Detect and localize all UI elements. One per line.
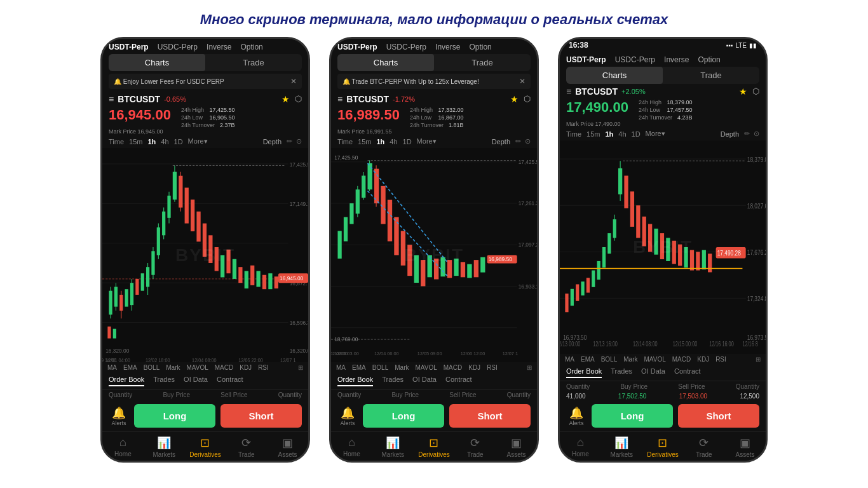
phone2-expand-icon[interactable]: ⊞ xyxy=(527,364,532,371)
phone1-ordertab-contract[interactable]: Contract xyxy=(217,376,243,386)
phone1-nav-trade[interactable]: ⟳ Trade xyxy=(226,436,267,458)
phone3-nav-option[interactable]: Option xyxy=(698,55,720,64)
phone2-pair-name[interactable]: BTCUSDT xyxy=(346,94,389,104)
phone1-pencil-icon[interactable]: ✏ xyxy=(287,137,292,146)
phone2-ordertab-oi[interactable]: OI Data xyxy=(412,376,437,386)
phone1-long-button[interactable]: Long xyxy=(134,404,215,428)
phone1-ind-kdj[interactable]: KDJ xyxy=(240,364,252,371)
phone2-settings-icon[interactable]: ⊙ xyxy=(525,137,531,146)
phone1-nav-assets[interactable]: ▣ Assets xyxy=(267,436,308,458)
phone2-nav-inverse[interactable]: Inverse xyxy=(435,43,460,51)
phone1-nav-usdc[interactable]: USDC-Perp xyxy=(158,43,198,51)
phone3-nav-derivatives[interactable]: ⊡ Derivatives xyxy=(642,436,684,458)
phone3-ind-mavol[interactable]: MAVOL xyxy=(644,356,665,363)
phone3-nav-usdt[interactable]: USDT-Perp xyxy=(566,55,606,64)
phone3-tab-charts[interactable]: Charts xyxy=(566,67,663,84)
phone3-pencil-icon[interactable]: ✏ xyxy=(744,130,750,138)
phone2-ind-mavol[interactable]: MAVOL xyxy=(415,364,437,371)
phone2-ind-boll[interactable]: BOLL xyxy=(372,364,389,371)
phone3-nav-usdc[interactable]: USDC-Perp xyxy=(615,55,655,64)
phone2-nav-trade[interactable]: ⟳ Trade xyxy=(454,436,496,458)
phone1-ordertab-oi[interactable]: OI Data xyxy=(184,376,208,386)
phone2-tab-trade[interactable]: Trade xyxy=(434,54,531,71)
phone2-time-time[interactable]: Time xyxy=(337,138,353,146)
phone1-expand-icon[interactable]: ⊞ xyxy=(298,364,303,371)
phone2-time-1d[interactable]: 1D xyxy=(403,138,412,146)
phone2-nav-derivatives[interactable]: ⊡ Derivatives xyxy=(414,436,455,458)
phone1-time-15m[interactable]: 15m xyxy=(129,138,142,146)
phone2-nav-assets[interactable]: ▣ Assets xyxy=(496,436,537,458)
phone2-time-4h[interactable]: 4h xyxy=(390,138,397,146)
phone1-ind-rsi[interactable]: RSI xyxy=(258,364,269,371)
phone3-nav-assets[interactable]: ▣ Assets xyxy=(724,436,766,458)
phone3-time-15m[interactable]: 15m xyxy=(587,130,600,138)
phone1-short-button[interactable]: Short xyxy=(220,404,302,428)
phone2-time-1h[interactable]: 1h xyxy=(376,138,384,146)
phone1-nav-inverse[interactable]: Inverse xyxy=(207,43,231,51)
phone3-settings-icon[interactable]: ⊙ xyxy=(754,130,759,138)
phone2-long-button[interactable]: Long xyxy=(363,404,444,428)
phone2-ind-rsi[interactable]: RSI xyxy=(487,364,498,371)
phone2-nav-usdt[interactable]: USDT-Perp xyxy=(337,43,377,51)
phone2-alerts-btn[interactable]: 🔔 Alerts xyxy=(337,406,358,426)
phone1-time-more[interactable]: More▾ xyxy=(188,137,208,146)
phone3-ordertab-book[interactable]: Order Book xyxy=(566,367,602,378)
phone2-nav-markets[interactable]: 📊 Markets xyxy=(372,436,414,458)
phone3-ordertab-oi[interactable]: OI Data xyxy=(641,367,665,378)
phone1-time-1h[interactable]: 1h xyxy=(147,138,156,146)
phone3-ind-kdj[interactable]: KDJ xyxy=(697,356,709,363)
phone2-pencil-icon[interactable]: ✏ xyxy=(515,137,521,146)
phone1-ind-macd[interactable]: MACD xyxy=(215,364,233,371)
phone3-ind-mark[interactable]: Mark xyxy=(623,356,637,363)
phone1-time-time[interactable]: Time xyxy=(109,138,124,146)
phone1-tab-charts[interactable]: Charts xyxy=(109,54,205,71)
phone3-expand-icon[interactable]: ⊞ xyxy=(756,356,761,363)
phone2-ind-mark[interactable]: Mark xyxy=(395,364,409,371)
phone1-ind-ema[interactable]: EMA xyxy=(123,364,137,371)
phone3-time-1h[interactable]: 1h xyxy=(605,130,613,138)
phone2-nav-usdc[interactable]: USDC-Perp xyxy=(386,43,426,51)
phone3-ind-ema[interactable]: EMA xyxy=(581,356,595,363)
phone1-ind-mark[interactable]: Mark xyxy=(166,364,180,371)
phone3-star-icon[interactable]: ★ xyxy=(739,86,747,97)
phone1-nav-home[interactable]: ⌂ Home xyxy=(102,436,144,458)
phone3-nav-inverse[interactable]: Inverse xyxy=(664,55,689,64)
phone3-tab-trade[interactable]: Trade xyxy=(663,67,759,84)
phone2-nav-option[interactable]: Option xyxy=(469,43,491,51)
phone1-depth[interactable]: Depth xyxy=(263,138,281,146)
phone1-ind-mavol[interactable]: MAVOL xyxy=(186,364,208,371)
phone2-ind-macd[interactable]: MACD xyxy=(444,364,462,371)
phone1-ind-ma[interactable]: MA xyxy=(107,364,117,371)
phone2-star-icon[interactable]: ★ xyxy=(510,94,519,104)
phone1-nav-markets[interactable]: 📊 Markets xyxy=(144,436,185,458)
phone3-nav-markets[interactable]: 📊 Markets xyxy=(601,436,642,458)
phone1-nav-usdt[interactable]: USDT-Perp xyxy=(109,43,149,51)
phone1-alerts-btn[interactable]: 🔔 Alerts xyxy=(109,406,129,426)
phone3-ordertab-trades[interactable]: Trades xyxy=(611,367,632,378)
phone3-ind-ma[interactable]: MA xyxy=(565,356,574,363)
phone3-nav-trade[interactable]: ⟳ Trade xyxy=(683,436,724,458)
phone3-alerts-btn[interactable]: 🔔 Alerts xyxy=(566,406,587,426)
phone3-depth[interactable]: Depth xyxy=(721,130,739,138)
phone3-time-time[interactable]: Time xyxy=(566,130,581,138)
phone3-long-button[interactable]: Long xyxy=(592,404,673,428)
phone2-ind-kdj[interactable]: KDJ xyxy=(468,364,480,371)
phone2-time-15m[interactable]: 15m xyxy=(358,138,371,146)
phone1-pair-name[interactable]: BTCUSDT xyxy=(118,94,160,104)
phone3-pair-name[interactable]: BTCUSDT xyxy=(575,86,618,97)
phone1-nav-derivatives[interactable]: ⊡ Derivatives xyxy=(185,436,226,458)
phone3-time-4h[interactable]: 4h xyxy=(618,130,626,138)
phone2-short-button[interactable]: Short xyxy=(449,404,531,428)
phone1-time-4h[interactable]: 4h xyxy=(161,138,168,146)
phone2-ordertab-contract[interactable]: Contract xyxy=(445,376,472,386)
phone1-nav-option[interactable]: Option xyxy=(240,43,262,51)
phone1-ordertab-trades[interactable]: Trades xyxy=(153,376,175,386)
phone2-ind-ema[interactable]: EMA xyxy=(352,364,366,371)
phone2-ordertab-book[interactable]: Order Book xyxy=(337,376,373,386)
phone3-ind-macd[interactable]: MACD xyxy=(672,356,691,363)
phone3-short-button[interactable]: Short xyxy=(678,404,759,428)
phone2-ordertab-trades[interactable]: Trades xyxy=(382,376,403,386)
phone3-external-icon[interactable]: ⬡ xyxy=(752,86,759,97)
phone1-ind-boll[interactable]: BOLL xyxy=(144,364,160,371)
phone2-time-more[interactable]: More▾ xyxy=(417,137,437,146)
